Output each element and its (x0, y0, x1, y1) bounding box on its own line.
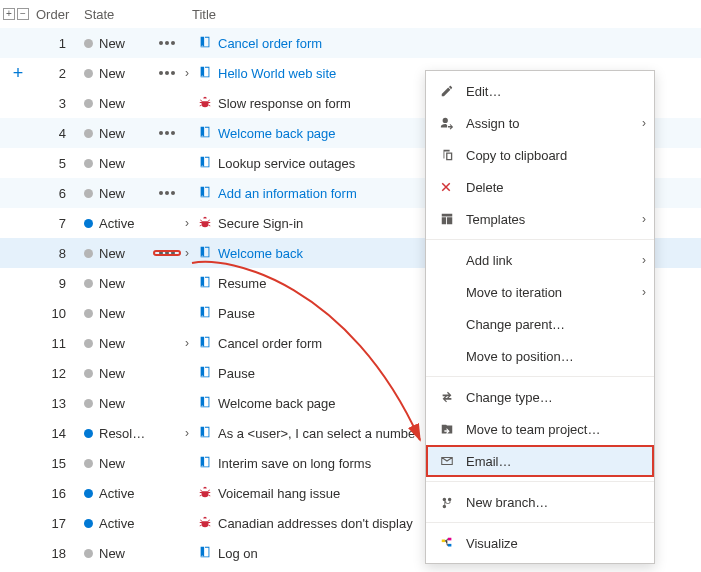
row-title[interactable]: Secure Sign-in (194, 215, 303, 232)
row-title[interactable]: Voicemail hang issue (194, 485, 340, 502)
menu-move-position-label: Move to position… (466, 349, 654, 364)
row-actions-button[interactable] (154, 131, 180, 135)
row-title[interactable]: Welcome back (194, 245, 303, 262)
row-title[interactable]: Welcome back page (194, 395, 336, 412)
menu-new-branch[interactable]: New branch… (426, 486, 654, 518)
row-title[interactable]: Canadian addresses don't display (194, 515, 413, 532)
row-state-label: New (99, 336, 125, 351)
expand-all-icon[interactable]: + (3, 8, 15, 20)
row-state: New (84, 336, 154, 351)
table-row[interactable]: 1NewCancel order form (0, 28, 701, 58)
menu-copy[interactable]: Copy to clipboard (426, 139, 654, 171)
row-state: New (84, 276, 154, 291)
menu-separator (426, 239, 654, 240)
menu-move-team-project-label: Move to team project… (466, 422, 654, 437)
row-title-text: Add an information form (218, 186, 357, 201)
row-state-label: New (99, 36, 125, 51)
row-title[interactable]: Pause (194, 365, 255, 382)
row-title[interactable]: Hello World web site (194, 65, 336, 82)
row-state-label: Resol… (99, 426, 145, 441)
header-order[interactable]: Order (36, 7, 84, 22)
menu-edit[interactable]: Edit… (426, 75, 654, 107)
row-title[interactable]: Welcome back page (194, 125, 336, 142)
row-title[interactable]: Interim save on long forms (194, 455, 371, 472)
row-title-text: Lookup service outages (218, 156, 355, 171)
row-state-label: New (99, 156, 125, 171)
row-actions-button[interactable] (154, 71, 180, 75)
row-state-label: New (99, 66, 125, 81)
row-expand-toggle[interactable]: › (180, 66, 194, 80)
move-project-icon (440, 422, 466, 436)
menu-change-parent[interactable]: Change parent… (426, 308, 654, 340)
row-order: 14 (36, 426, 84, 441)
menu-assign-to-label: Assign to (466, 116, 634, 131)
state-dot-icon (84, 249, 93, 258)
menu-add-link[interactable]: Add link › (426, 244, 654, 276)
book-icon (198, 65, 212, 82)
collapse-all-icon[interactable]: − (17, 8, 29, 20)
book-icon (198, 335, 212, 352)
copy-icon (440, 148, 466, 162)
svg-rect-1 (448, 538, 452, 541)
row-title[interactable]: Slow response on form (194, 95, 351, 112)
row-actions-button[interactable] (154, 251, 180, 255)
menu-separator (426, 522, 654, 523)
row-title[interactable]: Cancel order form (194, 35, 322, 52)
row-title[interactable]: Resume (194, 275, 266, 292)
row-order: 3 (36, 96, 84, 111)
bug-icon (198, 215, 212, 232)
menu-delete[interactable]: Delete (426, 171, 654, 203)
row-title-text: Secure Sign-in (218, 216, 303, 231)
row-state-label: New (99, 126, 125, 141)
chevron-right-icon: › (634, 116, 654, 130)
row-title-text: Cancel order form (218, 336, 322, 351)
row-title[interactable]: Lookup service outages (194, 155, 355, 172)
row-state: New (84, 66, 154, 81)
templates-icon (440, 212, 466, 226)
change-type-icon (440, 390, 466, 404)
ellipsis-icon (159, 251, 175, 255)
row-expand-toggle[interactable]: › (180, 246, 194, 260)
row-actions-button[interactable] (154, 191, 180, 195)
menu-change-type[interactable]: Change type… (426, 381, 654, 413)
row-state-label: Active (99, 516, 134, 531)
row-title[interactable]: As a <user>, I can select a numbe (194, 425, 415, 442)
row-title-text: Resume (218, 276, 266, 291)
state-dot-icon (84, 519, 93, 528)
row-state-label: New (99, 396, 125, 411)
row-expand-toggle[interactable]: › (180, 216, 194, 230)
book-icon (198, 155, 212, 172)
header-title[interactable]: Title (154, 7, 216, 22)
row-state-label: New (99, 546, 125, 561)
row-title[interactable]: Pause (194, 305, 255, 322)
menu-email[interactable]: Email… (426, 445, 654, 477)
row-order: 12 (36, 366, 84, 381)
header-state[interactable]: State (84, 7, 154, 22)
row-state-label: New (99, 96, 125, 111)
ellipsis-icon (159, 131, 175, 135)
add-item-slot[interactable]: + (0, 64, 36, 82)
row-actions-button[interactable] (154, 41, 180, 45)
menu-visualize[interactable]: Visualize (426, 527, 654, 559)
row-state: Active (84, 486, 154, 501)
menu-move-iteration[interactable]: Move to iteration › (426, 276, 654, 308)
row-title[interactable]: Cancel order form (194, 335, 322, 352)
menu-assign-to[interactable]: Assign to › (426, 107, 654, 139)
pencil-icon (440, 84, 466, 98)
row-title[interactable]: Log on (194, 545, 258, 562)
menu-templates[interactable]: Templates › (426, 203, 654, 235)
state-dot-icon (84, 489, 93, 498)
row-title-text: Welcome back (218, 246, 303, 261)
menu-move-position[interactable]: Move to position… (426, 340, 654, 372)
svg-rect-2 (448, 544, 452, 547)
row-expand-toggle[interactable]: › (180, 336, 194, 350)
svg-rect-0 (442, 540, 446, 543)
book-icon (198, 185, 212, 202)
row-expand-toggle[interactable]: › (180, 426, 194, 440)
state-dot-icon (84, 69, 93, 78)
row-order: 17 (36, 516, 84, 531)
state-dot-icon (84, 189, 93, 198)
row-title[interactable]: Add an information form (194, 185, 357, 202)
menu-move-team-project[interactable]: Move to team project… (426, 413, 654, 445)
book-icon (198, 455, 212, 472)
